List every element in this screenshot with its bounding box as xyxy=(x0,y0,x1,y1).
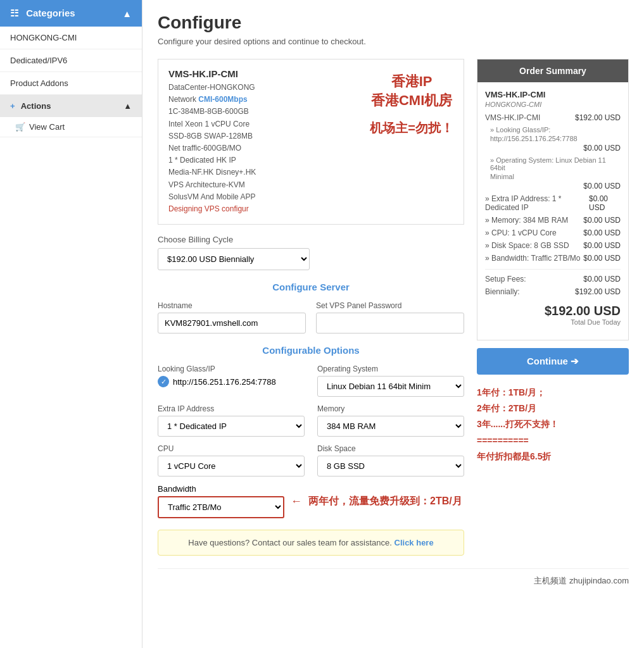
sidebar-item-product-addons[interactable]: Product Addons xyxy=(0,72,142,95)
side-promo: 1年付：1TB/月； 2年付：2TB/月 3年......打死不支持！ ====… xyxy=(477,385,629,464)
extra-ip-select[interactable]: 1 * Dedicated IP xyxy=(158,416,305,437)
bandwidth-promo-arrow: ← xyxy=(291,495,302,508)
bandwidth-group: Bandwidth Traffic 2TB/Mo xyxy=(158,484,284,518)
hostname-group: Hostname xyxy=(158,301,306,333)
disk-label: Disk Space xyxy=(317,444,464,453)
product-name: VMS-HK.IP-CMI xyxy=(168,68,453,79)
sidebar-header-label: Categories xyxy=(26,8,75,18)
order-divider xyxy=(485,269,621,270)
sidebar-actions-label: Actions xyxy=(21,101,51,111)
order-line-looking-glass: » Looking Glass/IP: xyxy=(485,126,621,134)
help-bar: Have questions? Contact our sales team f… xyxy=(158,530,464,556)
disk-group: Disk Space 8 GB SSD xyxy=(317,444,464,477)
hostname-input[interactable] xyxy=(158,313,306,333)
page-subtitle: Configure your desired options and conti… xyxy=(158,37,629,46)
extra-ip-label: Extra IP Address xyxy=(158,404,305,413)
memory-label: Memory xyxy=(317,404,464,413)
check-circle-icon: ✓ xyxy=(158,376,169,387)
order-product-name: VMS-HK.IP-CMI xyxy=(485,90,621,99)
billing-cycle-section: Choose Billing Cycle $192.00 USD Biennia… xyxy=(158,235,464,270)
order-summary-header: Order Summary xyxy=(477,59,628,82)
chevron-up-icon: ▲ xyxy=(122,8,132,19)
os-label: Operating System xyxy=(317,364,464,373)
help-link[interactable]: Click here xyxy=(395,538,434,547)
looking-glass-value: http://156.251.176.254:7788 xyxy=(173,377,276,387)
cart-icon: 🛒 xyxy=(15,122,25,132)
order-total-label: Total Due Today xyxy=(485,318,621,326)
footer-watermark: 主机频道 zhujipindao.com xyxy=(158,568,629,587)
order-total: $192.00 USD xyxy=(485,304,621,318)
left-panel: VMS-HK.IP-CMI DataCenter-HONGKONG Networ… xyxy=(158,59,464,556)
order-summary-body: VMS-HK.IP-CMI HONGKONG-CMI VMS-HK.IP-CMI… xyxy=(477,82,628,340)
memory-group: Memory 384 MB RAM xyxy=(317,404,464,437)
os-select[interactable]: Linux Debian 11 64bit Minim xyxy=(317,376,464,397)
setup-fees-line: Setup Fees: $0.00 USD xyxy=(485,275,621,285)
memory-select[interactable]: 384 MB RAM xyxy=(317,416,464,437)
page-title: Configure xyxy=(158,13,629,33)
os-group: Operating System Linux Debian 11 64bit M… xyxy=(317,364,464,397)
bandwidth-label: Bandwidth xyxy=(158,484,284,494)
password-group: Set VPS Panel Password xyxy=(316,301,464,333)
sidebar-item-hongkong-cmi[interactable]: HONGKONG-CMI xyxy=(0,27,142,49)
right-panel: Order Summary VMS-HK.IP-CMI HONGKONG-CMI… xyxy=(477,59,629,556)
options-grid: Looking Glass/IP ✓ http://156.251.176.25… xyxy=(158,364,464,518)
cpu-label: CPU xyxy=(158,444,305,453)
grid-icon: ☷ xyxy=(10,8,18,18)
bandwidth-select[interactable]: Traffic 2TB/Mo xyxy=(158,496,284,518)
continue-button[interactable]: Continue ➔ xyxy=(477,348,629,375)
cpu-group: CPU 1 vCPU Core xyxy=(158,444,305,477)
bandwidth-promo-text: 两年付，流量免费升级到：2TB/月 xyxy=(308,495,462,508)
cpu-select[interactable]: 1 vCPU Core xyxy=(158,456,305,477)
sidebar-item-dedicated[interactable]: Dedicated/IPV6 xyxy=(0,49,142,72)
sidebar-item-view-cart[interactable]: 🛒 View Cart xyxy=(0,117,142,137)
billing-cycle-select[interactable]: $192.00 USD Biennially xyxy=(158,248,310,270)
order-product-sub: HONGKONG-CMI xyxy=(485,101,621,108)
configurable-options-header: Configurable Options xyxy=(158,345,464,356)
biennially-line: Biennially: $192.00 USD xyxy=(485,287,621,297)
sidebar-header[interactable]: ☷ Categories ▲ xyxy=(0,0,142,27)
product-info-box: VMS-HK.IP-CMI DataCenter-HONGKONG Networ… xyxy=(158,59,464,225)
order-line-product: VMS-HK.IP-CMI $192.00 USD xyxy=(485,113,621,123)
bandwidth-row: Bandwidth Traffic 2TB/Mo ← 两年付，流量免费升级到：2… xyxy=(158,484,464,518)
looking-glass-label: Looking Glass/IP xyxy=(158,364,305,373)
disk-select[interactable]: 8 GB SSD xyxy=(317,456,464,477)
billing-cycle-label: Choose Billing Cycle xyxy=(158,235,464,244)
sidebar: ☷ Categories ▲ HONGKONG-CMI Dedicated/IP… xyxy=(0,0,142,648)
chevron-up-icon-actions: ▲ xyxy=(123,101,132,111)
looking-glass-group: Looking Glass/IP ✓ http://156.251.176.25… xyxy=(158,364,305,397)
main-content: Configure Configure your desired options… xyxy=(142,0,644,648)
product-details: DataCenter-HONGKONG Network CMI-600Mbps … xyxy=(168,82,453,215)
password-input[interactable] xyxy=(316,313,464,333)
password-label: Set VPS Panel Password xyxy=(316,301,464,310)
sidebar-actions-section[interactable]: + Actions ▲ xyxy=(0,95,142,117)
order-summary: Order Summary VMS-HK.IP-CMI HONGKONG-CMI… xyxy=(477,59,629,340)
extra-ip-group: Extra IP Address 1 * Dedicated IP xyxy=(158,404,305,437)
hostname-password-row: Hostname Set VPS Panel Password xyxy=(158,301,464,333)
help-text: Have questions? Contact our sales team f… xyxy=(188,538,392,547)
plus-icon: + xyxy=(10,101,15,111)
hostname-label: Hostname xyxy=(158,301,306,310)
configure-server-header: Configure Server xyxy=(158,282,464,292)
